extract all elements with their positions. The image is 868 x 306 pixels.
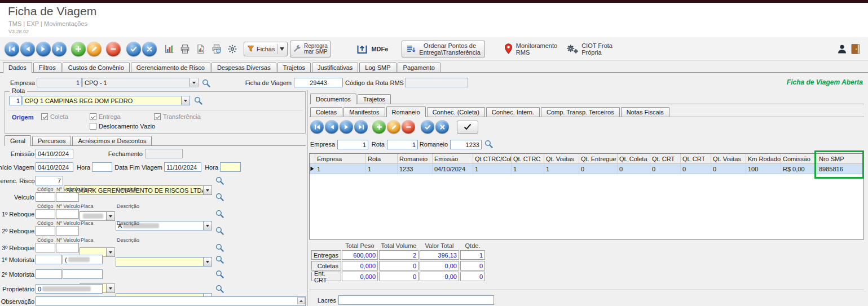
user-button[interactable] xyxy=(837,44,847,54)
previous-record-button[interactable] xyxy=(20,42,35,56)
mdfe-button[interactable]: MDFe xyxy=(356,43,388,55)
ficha-viagem-field[interactable]: 29443 xyxy=(294,78,343,87)
romaneio-cancel-button[interactable] xyxy=(435,120,449,134)
exit-button[interactable] xyxy=(851,44,860,54)
column-header-km-rodado[interactable]: Km Rodado xyxy=(746,154,781,163)
ciot-frota-button[interactable]: CIOT FrotaPrópria xyxy=(566,42,613,56)
veiculo-placa-dropdown-arrow[interactable] xyxy=(106,212,114,220)
confirm-button[interactable] xyxy=(126,42,141,56)
tab-percursos[interactable]: Percursos xyxy=(32,136,72,145)
subtab-conhec-intern[interactable]: Conhec. Intern. xyxy=(486,107,540,117)
column-header-qt-visitas-2[interactable]: Qt. Visitas xyxy=(711,154,746,163)
subtab-romaneio[interactable]: Romaneio xyxy=(386,107,426,117)
tab-log-smp[interactable]: Log SMP xyxy=(359,63,396,72)
data-fim-field[interactable]: 11/10/2024 xyxy=(164,162,201,172)
reboque1-codigo-field[interactable] xyxy=(36,209,55,219)
reboque3-codigo-field[interactable] xyxy=(36,243,55,252)
tab-doc-trajetos[interactable]: Trajetos xyxy=(358,94,391,104)
last-record-button[interactable] xyxy=(52,42,67,56)
tab-geral[interactable]: Geral xyxy=(5,135,31,146)
veiculo-placa-combo[interactable] xyxy=(80,211,115,221)
column-header-qt-crt-1[interactable]: Qt. CRT xyxy=(650,154,681,163)
subtab-coletas[interactable]: Coletas xyxy=(310,107,342,117)
settings-button[interactable] xyxy=(226,41,239,57)
delete-record-button[interactable] xyxy=(106,42,121,56)
reboque1-placa-dropdown-arrow[interactable] xyxy=(106,248,114,256)
veiculo-search-icon[interactable] xyxy=(215,192,224,202)
tab-filtros[interactable]: Filtros xyxy=(33,63,61,72)
romaneio-previous-button[interactable] xyxy=(325,120,338,134)
romaneio-search-icon[interactable] xyxy=(484,139,494,149)
first-record-button[interactable] xyxy=(5,42,19,56)
romaneio-last-button[interactable] xyxy=(354,120,368,134)
column-header-comissao[interactable]: Comissão xyxy=(781,154,817,163)
deslocamento-vazio-checkbox[interactable]: Deslocamento Vazio xyxy=(90,123,155,130)
tab-trajetos[interactable]: Trajetos xyxy=(277,63,311,72)
romaneio-confirm-button[interactable] xyxy=(421,120,434,134)
tab-documentos[interactable]: Documentos xyxy=(310,94,356,104)
subtab-notas-fiscais[interactable]: Notas Fiscais xyxy=(621,107,669,117)
column-header-emissao[interactable]: Emissão xyxy=(433,154,473,163)
emissao-field[interactable]: 04/10/2024 xyxy=(36,149,73,158)
column-header-qt-ctrc[interactable]: Qt. CTRC xyxy=(512,154,544,163)
motorista2-search-icon[interactable] xyxy=(215,269,224,279)
print-button[interactable] xyxy=(178,41,192,57)
reboque3-num-field[interactable] xyxy=(56,243,79,252)
reboque2-num-field[interactable] xyxy=(56,226,79,236)
subtab-manifestos[interactable]: Manifestos xyxy=(343,107,385,117)
motorista1-fone-field[interactable]: ( xyxy=(63,255,103,264)
rota-code-field[interactable]: 1 xyxy=(9,96,22,105)
proprietario-codigo-field[interactable]: 0 xyxy=(36,284,103,294)
tab-acrescimos-descontos[interactable]: Acréscimos e Descontos xyxy=(72,136,152,145)
romaneio-table-row[interactable]: 1 1 1233 04/10/2024 1 1 1 0 0 0 0 0 100 … xyxy=(310,164,863,174)
subtab-comp-transp-terceiros[interactable]: Comp. Transp. Terceiros xyxy=(541,107,620,117)
column-header-empresa[interactable]: Empresa xyxy=(315,154,366,163)
column-header-romaneio[interactable]: Romaneio xyxy=(398,154,433,163)
reboque1-search-icon[interactable] xyxy=(215,209,224,219)
reboque1-num-field[interactable] xyxy=(56,209,79,219)
observacao-field[interactable] xyxy=(36,296,306,306)
gerenc-risco-code-field[interactable]: 7 xyxy=(36,176,63,185)
reboque1-descricao-combo[interactable] xyxy=(116,257,212,267)
motorista1-codigo-field[interactable] xyxy=(36,255,62,264)
next-record-button[interactable] xyxy=(36,42,51,56)
column-header-qt-coleta[interactable]: Qt. Coleta xyxy=(618,154,650,163)
empresa-search-icon[interactable] xyxy=(201,78,211,88)
add-record-button[interactable] xyxy=(71,42,86,56)
hora-inicio-field[interactable] xyxy=(92,162,112,172)
column-header-qt-visitas-1[interactable]: Qt. Visitas xyxy=(544,154,579,163)
romaneio-first-button[interactable] xyxy=(310,120,324,134)
reboque3-search-icon[interactable] xyxy=(215,243,224,252)
column-header-qt-entregue[interactable]: Qt. Entregue xyxy=(579,154,618,163)
romaneio-apply-button[interactable] xyxy=(457,121,478,134)
ordenar-pontos-button[interactable]: Ordenar Pontos deEntrega\Transferência xyxy=(402,41,484,57)
inicio-viagem-field[interactable]: 04/10/2024 xyxy=(36,162,73,172)
tab-dados[interactable]: Dados xyxy=(3,62,32,73)
reboque2-placa-dropdown-arrow[interactable] xyxy=(106,284,114,292)
print-preview-button[interactable] xyxy=(210,41,223,57)
motorista2-codigo-field[interactable] xyxy=(36,269,62,279)
column-header-nro-smp[interactable]: Nro SMP xyxy=(817,154,863,163)
romaneio-delete-button[interactable] xyxy=(402,120,415,134)
edit-record-button[interactable] xyxy=(87,42,102,56)
romaneio-edit-button[interactable] xyxy=(387,120,400,134)
rota-dropdown-arrow[interactable] xyxy=(181,96,190,105)
gerenc-risco-dropdown-arrow[interactable] xyxy=(203,186,212,194)
motorista2-fone-field[interactable] xyxy=(63,269,103,279)
hora-fim-field[interactable] xyxy=(220,162,241,172)
veiculo-codigo-field[interactable] xyxy=(36,192,55,202)
reboque1-descricao-dropdown-arrow[interactable] xyxy=(203,258,212,266)
reboque2-codigo-field[interactable] xyxy=(36,226,55,236)
column-header-qt-ctrc-col[interactable]: Qt CTRC/Col xyxy=(473,154,512,163)
chart-button[interactable] xyxy=(162,41,176,57)
veiculo-num-field[interactable] xyxy=(56,192,79,202)
romaneio-next-button[interactable] xyxy=(340,120,353,134)
romaneio-add-button[interactable] xyxy=(372,120,386,134)
subtab-conhec-coleta[interactable]: Conhec. (Coleta) xyxy=(427,107,485,117)
cancel-button[interactable] xyxy=(142,42,157,56)
tab-despesas-diversas[interactable]: Despesas Diversas xyxy=(212,63,276,72)
export-button[interactable] xyxy=(194,41,208,57)
tab-gerenciamento-risco[interactable]: Gerenciamento de Risco xyxy=(131,63,210,72)
romaneio-numero-field[interactable]: 1233 xyxy=(450,140,482,149)
column-header-rota[interactable]: Rota xyxy=(366,154,398,163)
